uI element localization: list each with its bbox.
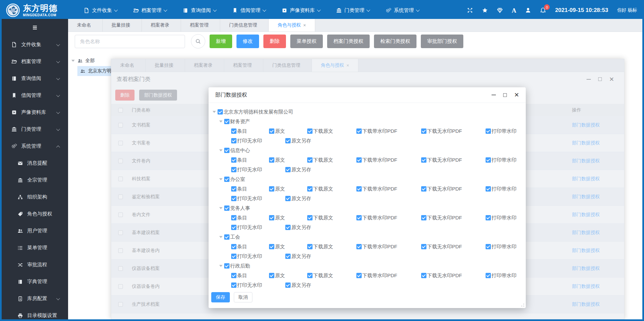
- sidebar-item-file-collect[interactable]: 文件收集: [2, 36, 68, 53]
- search-category-auth-button[interactable]: 检索门类授权: [374, 35, 416, 48]
- sidebar-subitem-storeroom-config[interactable]: 库房配置: [2, 290, 68, 307]
- permission-item[interactable]: 下载无水印PDF: [421, 242, 486, 251]
- checkbox-checked[interactable]: [269, 273, 274, 278]
- sidebar-subitem-user-mgmt[interactable]: 用户管理: [2, 222, 68, 239]
- sidebar-item-archive-mgmt[interactable]: 档案管理: [2, 53, 68, 70]
- checkbox-checked[interactable]: [231, 244, 236, 249]
- cancel-button[interactable]: 取消: [234, 292, 252, 302]
- checkbox-checked[interactable]: [224, 177, 230, 182]
- permission-item[interactable]: 打印带水印: [486, 213, 516, 222]
- tree-group-node[interactable]: 财务资产: [219, 117, 526, 126]
- close-icon[interactable]: ✕: [514, 92, 519, 98]
- checkbox-checked[interactable]: [231, 215, 236, 220]
- checkbox-checked[interactable]: [356, 273, 362, 278]
- nav-item-file-collect[interactable]: 文件收集: [76, 2, 125, 19]
- permission-item[interactable]: 打印无水印: [231, 165, 285, 174]
- minimize-icon[interactable]: [492, 95, 496, 95]
- checkbox-checked[interactable]: [218, 109, 223, 115]
- permission-item[interactable]: 下载原文: [307, 184, 356, 194]
- permission-item[interactable]: 打印带水印: [486, 271, 516, 280]
- checkbox-checked[interactable]: [421, 273, 426, 278]
- permission-item[interactable]: 下载带水印PDF: [356, 155, 421, 165]
- sidebar-item-query-borrow[interactable]: 查询借阅: [2, 70, 68, 87]
- sidebar-subitem-approval-flow[interactable]: 审批流程: [2, 256, 68, 273]
- permission-item[interactable]: 下载带水印PDF: [356, 184, 421, 194]
- permission-item[interactable]: 条目: [231, 271, 269, 280]
- checkbox-checked[interactable]: [231, 282, 236, 288]
- checkbox-checked[interactable]: [486, 186, 491, 192]
- checkbox-checked[interactable]: [224, 119, 230, 124]
- user-icon[interactable]: [525, 7, 531, 13]
- permission-item[interactable]: 条目: [231, 155, 269, 165]
- checkbox-checked[interactable]: [285, 282, 291, 288]
- tab-close-icon[interactable]: ×: [303, 23, 306, 28]
- menu-auth-button[interactable]: 菜单授权: [290, 35, 323, 48]
- caret-down-icon[interactable]: [219, 236, 223, 238]
- checkbox-checked[interactable]: [285, 254, 291, 259]
- tree-group-node[interactable]: 办公室: [219, 174, 526, 184]
- sidebar-subitem-fonds[interactable]: 全宗管理: [2, 172, 68, 189]
- checkbox-checked[interactable]: [486, 157, 491, 163]
- permission-item[interactable]: 条目: [231, 242, 269, 251]
- tab[interactable]: 档案著录: [142, 19, 181, 32]
- permission-item[interactable]: 打印无水印: [231, 280, 285, 289]
- permission-item[interactable]: 下载带水印PDF: [356, 126, 421, 136]
- permission-item[interactable]: 下载带水印PDF: [356, 242, 421, 251]
- checkbox-checked[interactable]: [486, 273, 491, 278]
- checkbox-checked[interactable]: [421, 157, 426, 163]
- resize-handle[interactable]: [520, 303, 525, 307]
- nav-item-borrow-mgmt[interactable]: 借阅管理: [224, 2, 274, 19]
- tree-group-node[interactable]: 工会: [219, 232, 526, 242]
- permission-item[interactable]: 打印带水印: [486, 126, 516, 136]
- nav-item-category-mgmt[interactable]: 门类管理: [328, 2, 378, 19]
- role-name-input[interactable]: [75, 35, 185, 48]
- checkbox-checked[interactable]: [486, 244, 491, 249]
- checkbox-checked[interactable]: [307, 186, 313, 192]
- checkbox-checked[interactable]: [356, 157, 362, 163]
- permission-item[interactable]: 下载原文: [307, 126, 356, 136]
- permission-item[interactable]: 下载原文: [307, 242, 356, 251]
- add-button[interactable]: 新增: [210, 35, 232, 48]
- sidebar-subitem-catalog-template[interactable]: 目录模版设置: [2, 307, 68, 319]
- checkbox-checked[interactable]: [231, 167, 236, 172]
- sidebar-subitem-role-auth[interactable]: 角色与授权: [2, 205, 68, 222]
- sidebar-subitem-org[interactable]: 组织架构: [2, 189, 68, 205]
- permission-item[interactable]: 原文另存: [285, 136, 311, 145]
- tree-root-company[interactable]: 北京东方明德科技发展有限公司: [213, 107, 526, 117]
- nav-item-system-mgmt[interactable]: 系统管理: [378, 2, 427, 19]
- checkbox-checked[interactable]: [269, 128, 274, 134]
- checkbox-checked[interactable]: [307, 215, 313, 220]
- checkbox-checked[interactable]: [231, 254, 236, 259]
- notifications[interactable]: 0: [540, 7, 546, 13]
- gem-icon[interactable]: [497, 7, 503, 13]
- checkbox-checked[interactable]: [285, 138, 291, 143]
- search-button[interactable]: [191, 34, 205, 48]
- checkbox-checked[interactable]: [486, 128, 491, 134]
- sidebar-item-system-mgmt[interactable]: 系统管理: [2, 138, 68, 155]
- permission-item[interactable]: 下载无水印PDF: [421, 213, 486, 222]
- permission-item[interactable]: 下载带水印PDF: [356, 271, 421, 280]
- caret-down-icon[interactable]: [219, 149, 223, 151]
- permission-item[interactable]: 打印无水印: [231, 251, 285, 261]
- sidebar-item-category-mgmt[interactable]: 门类管理: [2, 121, 68, 138]
- tree-group-node[interactable]: 党务人事: [219, 203, 526, 213]
- sidebar-subitem-message[interactable]: 消息提醒: [2, 155, 68, 172]
- checkbox-checked[interactable]: [231, 128, 236, 134]
- edit-button[interactable]: 修改: [236, 35, 259, 48]
- permission-item[interactable]: 下载带水印PDF: [356, 213, 421, 222]
- sidebar-item-borrow-mgmt[interactable]: 借阅管理: [2, 87, 68, 104]
- tab[interactable]: 档案管理: [181, 19, 220, 32]
- checkbox-checked[interactable]: [307, 244, 313, 249]
- checkbox-checked[interactable]: [356, 186, 362, 192]
- checkbox-checked[interactable]: [421, 215, 426, 220]
- checkbox-checked[interactable]: [486, 215, 491, 220]
- checkbox-checked[interactable]: [307, 273, 313, 278]
- permission-item[interactable]: 下载原文: [307, 213, 356, 222]
- permission-item[interactable]: 打印无水印: [231, 136, 285, 145]
- collapse-menu-button[interactable]: [2, 19, 68, 36]
- fullscreen-icon[interactable]: [467, 7, 473, 13]
- checkbox-checked[interactable]: [231, 138, 236, 143]
- caret-down-icon[interactable]: [219, 120, 223, 122]
- permission-item[interactable]: 打印无水印: [231, 222, 285, 232]
- tab[interactable]: 角色与授权 ×: [269, 19, 315, 32]
